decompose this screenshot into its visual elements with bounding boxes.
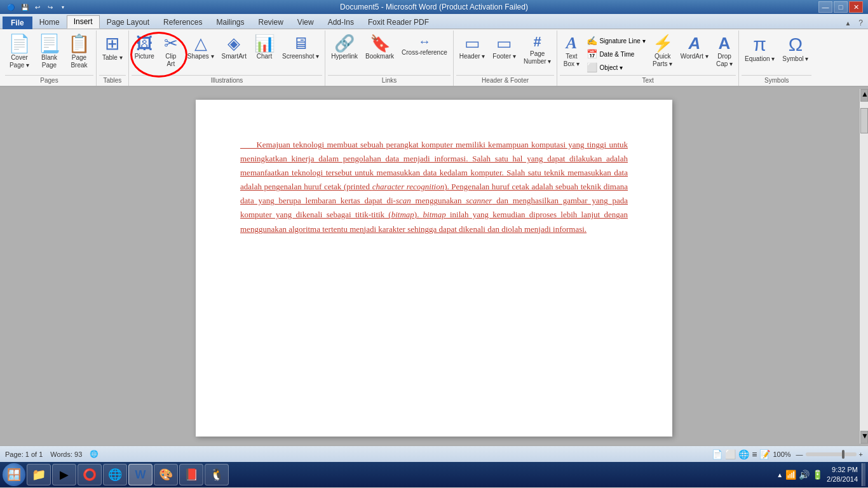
cover-page-label: CoverPage ▾ [10, 54, 29, 69]
taskbar-foxit[interactable]: 📕 [179, 464, 203, 485]
language-indicator: 🌐 [90, 450, 98, 458]
bookmark-button[interactable]: 🔖 Bookmark [362, 33, 397, 62]
clock-time: 9:32 PM [827, 465, 858, 475]
symbol-button[interactable]: Ω Symbol ▾ [779, 33, 811, 65]
zoom-slider-thumb[interactable] [842, 450, 844, 459]
taskbar-explorer[interactable]: 📁 [27, 464, 51, 485]
ribbon-collapse-btn[interactable]: ▲ [842, 18, 853, 28]
scrollbar-track[interactable]: ▲ ▼ [859, 89, 868, 444]
tab-foxit[interactable]: Foxit Reader PDF [361, 16, 436, 29]
taskbar-chrome[interactable]: 🌐 [103, 464, 127, 485]
drop-cap-button[interactable]: A DropCap ▾ [713, 33, 736, 70]
zoom-controls: 100% — + [773, 451, 863, 458]
cover-page-icon: 📄 [8, 35, 31, 53]
scroll-down-btn[interactable]: ▼ [860, 431, 868, 444]
view-draft-btn[interactable]: 📝 [759, 449, 770, 459]
clip-art-icon: ✂ [164, 35, 178, 51]
shapes-button[interactable]: △ Shapes ▾ [184, 33, 217, 62]
redo-qa-btn[interactable]: ↪ [44, 1, 56, 13]
status-left: Page: 1 of 1 Words: 93 🌐 [5, 450, 98, 458]
chart-icon: 📊 [254, 35, 275, 51]
object-button[interactable]: ⬜ Object ▾ [584, 61, 648, 74]
scroll-up-btn[interactable]: ▲ [860, 89, 868, 102]
signature-line-label: Signature Line ▾ [599, 37, 645, 44]
zoom-out-btn[interactable]: — [796, 451, 803, 458]
view-outline-btn[interactable]: ≡ [752, 449, 757, 459]
picture-icon: 🖼 [136, 35, 153, 51]
cross-reference-icon: ↔ [418, 35, 431, 48]
pages-group-content: 📄 CoverPage ▾ 📃 BlankPage 📋 PageBreak [5, 30, 93, 75]
cross-reference-button[interactable]: ↔ Cross-reference [398, 33, 451, 58]
quick-parts-icon: ⚡ [653, 35, 673, 51]
save-qa-btn[interactable]: 💾 [19, 1, 31, 13]
minimize-btn[interactable]: — [818, 1, 832, 13]
header-footer-group-content: ▭ Header ▾ ▭ Footer ▾ # PageNumber ▾ [456, 30, 555, 75]
tab-view[interactable]: View [290, 16, 321, 29]
clock[interactable]: 9:32 PM 2/28/2014 [827, 465, 858, 485]
ribbon-group-illustrations: 🖼 Picture ✂ ClipArt △ Shapes ▾ ◈ SmartAr… [129, 30, 326, 86]
quick-access-toolbar: 💾 ↩ ↪ ▾ [19, 1, 69, 13]
taskbar-media[interactable]: ▶ [52, 464, 76, 485]
word-icon: 🔵 [5, 1, 17, 13]
picture-button[interactable]: 🖼 Picture [132, 33, 158, 62]
ribbon-group-links: 🔗 Hyperlink 🔖 Bookmark ↔ Cross-reference… [325, 30, 453, 86]
close-btn[interactable]: ✕ [849, 1, 863, 13]
header-button[interactable]: ▭ Header ▾ [456, 33, 489, 62]
tab-mailings[interactable]: Mailings [209, 16, 251, 29]
chart-button[interactable]: 📊 Chart [251, 33, 278, 62]
blank-page-button[interactable]: 📃 BlankPage [35, 33, 64, 71]
zoom-slider[interactable] [806, 452, 857, 456]
tab-references[interactable]: References [156, 16, 209, 29]
header-label: Header ▾ [459, 53, 485, 60]
cover-page-button[interactable]: 📄 CoverPage ▾ [5, 33, 34, 71]
tab-addins[interactable]: Add-Ins [321, 16, 361, 29]
footer-button[interactable]: ▭ Footer ▾ [489, 33, 519, 62]
tab-home[interactable]: Home [32, 16, 67, 29]
ribbon-group-symbols: π Equation ▾ Ω Symbol ▾ Symbols [739, 30, 814, 86]
bookmark-icon: 🔖 [370, 35, 390, 51]
view-fullscreen-btn[interactable]: ⬜ [725, 449, 736, 459]
page-number-button[interactable]: # PageNumber ▾ [520, 33, 554, 67]
links-group-label: Links [328, 75, 450, 86]
screenshot-button[interactable]: 🖥 Screenshot ▾ [279, 33, 322, 62]
view-web-btn[interactable]: 🌐 [738, 449, 749, 459]
undo-qa-btn[interactable]: ↩ [32, 1, 43, 13]
title-bar: 🔵 💾 ↩ ↪ ▾ Document5 - Microsoft Word (Pr… [0, 0, 868, 14]
tab-review[interactable]: Review [251, 16, 290, 29]
taskbar-other[interactable]: 🐧 [205, 464, 229, 485]
tab-page-layout[interactable]: Page Layout [100, 16, 156, 29]
view-print-btn[interactable]: 📄 [712, 449, 722, 459]
wordart-icon: A [688, 35, 700, 51]
taskbar-art[interactable]: 🎨 [154, 464, 178, 485]
window-title: Document5 - Microsoft Word (Product Acti… [340, 3, 528, 11]
customize-qa-btn[interactable]: ▾ [57, 1, 69, 13]
taskbar-word[interactable]: W [128, 464, 153, 485]
text-box-button[interactable]: A TextBox ▾ [560, 33, 583, 74]
date-time-button[interactable]: 📅 Date & Time [584, 48, 648, 60]
hyperlink-button[interactable]: 🔗 Hyperlink [328, 33, 361, 62]
tab-insert[interactable]: Insert [67, 15, 100, 29]
taskbar-opera[interactable]: ⭕ [78, 464, 102, 485]
tray-arrow[interactable]: ▲ [776, 471, 783, 478]
wordart-button[interactable]: A WordArt ▾ [677, 33, 712, 62]
show-desktop-btn[interactable] [862, 463, 865, 486]
equation-button[interactable]: π Equation ▾ [742, 33, 778, 65]
system-tray: ▲ 📶 🔊 🔋 9:32 PM 2/28/2014 [776, 463, 865, 486]
equation-label: Equation ▾ [745, 55, 775, 63]
maximize-btn[interactable]: □ [834, 1, 848, 13]
table-button[interactable]: ⊞ Table ▾ [99, 33, 126, 64]
scroll-thumb[interactable] [860, 108, 868, 133]
wordart-label: WordArt ▾ [681, 53, 709, 60]
clip-art-button[interactable]: ✂ ClipArt [159, 33, 183, 70]
page-break-button[interactable]: 📋 PageBreak [65, 33, 93, 71]
zoom-in-btn[interactable]: + [859, 451, 863, 458]
screenshot-icon: 🖥 [292, 35, 309, 51]
blank-page-label: BlankPage [41, 54, 57, 69]
drop-cap-label: DropCap ▾ [716, 53, 733, 68]
smartart-button[interactable]: ◈ SmartArt [219, 33, 250, 62]
tab-file[interactable]: File [3, 17, 32, 29]
quick-parts-button[interactable]: ⚡ QuickParts ▾ [649, 33, 676, 70]
signature-line-button[interactable]: ✍ Signature Line ▾ [584, 34, 648, 47]
help-btn[interactable]: ? [856, 17, 865, 29]
start-button[interactable]: 🪟 [3, 463, 25, 486]
